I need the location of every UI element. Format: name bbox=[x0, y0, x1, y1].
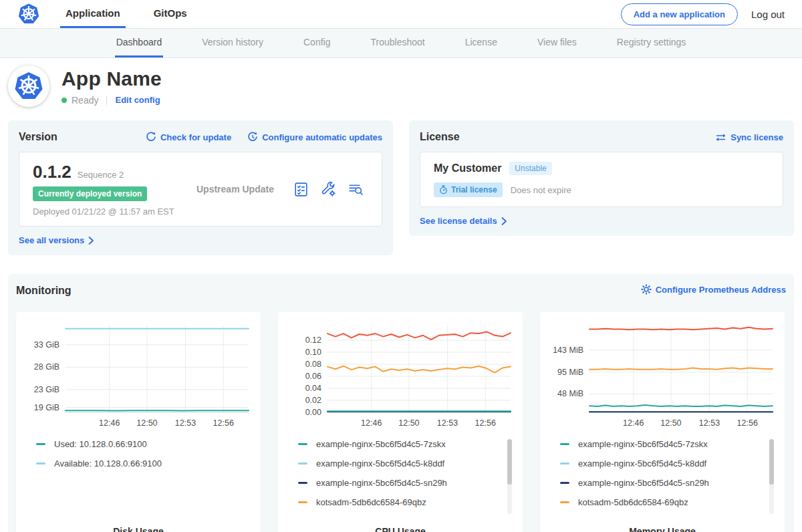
see-license-details-link[interactable]: See license details bbox=[420, 216, 507, 226]
sync-license-link[interactable]: Sync license bbox=[715, 132, 783, 142]
legend-line-swatch bbox=[560, 443, 569, 445]
page-title: App Name bbox=[61, 68, 162, 90]
deployed-timestamp: Deployed 01/21/22 @ 11:57 am EST bbox=[33, 207, 196, 217]
add-application-button[interactable]: Add a new application bbox=[621, 3, 738, 25]
kubernetes-app-icon bbox=[13, 71, 44, 102]
chevron-right-icon bbox=[501, 217, 507, 225]
app-header: App Name Ready Edit config bbox=[0, 58, 802, 115]
legend-scrollbar-thumb[interactable] bbox=[769, 439, 774, 485]
subnav-tab-troubleshoot[interactable]: Troubleshoot bbox=[369, 29, 426, 57]
topnav-tab-gitops[interactable]: GitOps bbox=[148, 0, 192, 28]
cpu-usage-legend: example-nginx-5bc6f5d4c5-7zskxexample-ng… bbox=[298, 439, 523, 518]
legend-item: example-nginx-5bc6f5d4c5-k8ddf bbox=[560, 458, 785, 469]
configure-automatic-updates-link[interactable]: Configure automatic updates bbox=[247, 132, 382, 142]
chart-title: Memory Usage bbox=[540, 526, 785, 532]
edit-config-icon[interactable] bbox=[320, 181, 337, 198]
topnav-tab-application[interactable]: Application bbox=[60, 0, 126, 28]
legend-item: example-nginx-5bc6f5d4c5-7zskx bbox=[560, 439, 785, 449]
gear-icon bbox=[641, 284, 652, 295]
legend-label: kotsadm-5db6dc6584-69qbz bbox=[578, 497, 688, 507]
legend-scrollbar[interactable] bbox=[507, 439, 512, 514]
sequence-label: Sequence 2 bbox=[78, 170, 124, 180]
subnav-tab-license[interactable]: License bbox=[464, 29, 499, 57]
legend-item: example-nginx-5bc6f5d4c5-sn29h bbox=[560, 478, 785, 488]
logout-link[interactable]: Log out bbox=[751, 9, 785, 20]
svg-text:0.10: 0.10 bbox=[305, 348, 321, 357]
memory-usage-legend: example-nginx-5bc6f5d4c5-7zskxexample-ng… bbox=[560, 439, 785, 518]
check-for-update-link[interactable]: Check for update bbox=[146, 132, 231, 142]
disk-usage-chart-card: 12:4612:5012:5312:5633 GiB28 GiB23 GiB19… bbox=[16, 312, 261, 532]
svg-text:19 GiB: 19 GiB bbox=[34, 403, 59, 412]
configure-prometheus-link[interactable]: Configure Prometheus Address bbox=[641, 284, 786, 295]
svg-text:0.08: 0.08 bbox=[305, 360, 321, 369]
legend-line-swatch bbox=[36, 462, 45, 464]
subnav-tab-registry-settings[interactable]: Registry settings bbox=[616, 29, 687, 57]
legend-scrollbar[interactable] bbox=[769, 439, 774, 514]
sync-icon bbox=[715, 132, 726, 142]
subnav-tab-config[interactable]: Config bbox=[302, 29, 331, 57]
chevron-right-icon bbox=[88, 237, 94, 245]
legend-item: example-nginx-5bc6f5d4c5-k8ddf bbox=[298, 458, 523, 469]
legend-line-swatch bbox=[560, 462, 569, 464]
svg-text:12:56: 12:56 bbox=[213, 418, 234, 428]
view-diff-logs-icon[interactable] bbox=[348, 181, 364, 198]
kubernetes-logo-icon bbox=[17, 3, 40, 25]
svg-text:12:53: 12:53 bbox=[699, 418, 720, 428]
legend-label: kotsadm-5db6dc6584-69qbz bbox=[316, 497, 426, 507]
topnav-tabs: ApplicationGitOps bbox=[60, 0, 215, 28]
legend-label: example-nginx-5bc6f5d4c5-k8ddf bbox=[578, 458, 706, 469]
subnav-tab-version-history[interactable]: Version history bbox=[200, 29, 265, 57]
subnav-tab-dashboard[interactable]: Dashboard bbox=[115, 29, 164, 57]
edit-config-link[interactable]: Edit config bbox=[115, 95, 160, 105]
trial-license-badge: Trial license bbox=[434, 182, 503, 197]
ready-status-dot bbox=[61, 98, 67, 103]
svg-text:0.00: 0.00 bbox=[305, 408, 321, 417]
chart-title: Disk Usage bbox=[16, 526, 261, 532]
channel-badge: Unstable bbox=[509, 162, 551, 175]
legend-item: example-nginx-5bc6f5d4c5-sn29h bbox=[298, 478, 523, 488]
svg-text:28 GiB: 28 GiB bbox=[34, 362, 59, 372]
legend-line-swatch bbox=[298, 443, 307, 445]
legend-line-swatch bbox=[560, 501, 569, 503]
svg-text:12:56: 12:56 bbox=[475, 418, 496, 428]
disk-usage-legend: Used: 10.128.0.66:9100Available: 10.128.… bbox=[36, 439, 261, 518]
deployed-version-badge: Currently deployed version bbox=[33, 186, 147, 201]
preflight-checks-icon[interactable] bbox=[293, 181, 309, 198]
svg-text:12:50: 12:50 bbox=[398, 418, 419, 428]
see-all-versions-link[interactable]: See all versions bbox=[19, 235, 94, 245]
chart-title: CPU Usage bbox=[278, 526, 523, 532]
legend-label: example-nginx-5bc6f5d4c5-sn29h bbox=[578, 478, 709, 488]
legend-line-swatch bbox=[298, 482, 307, 484]
legend-item: kotsadm-5db6dc6584-69qbz bbox=[298, 497, 523, 507]
version-card: Version Check for update Configure au bbox=[8, 120, 393, 255]
stopwatch-icon bbox=[439, 185, 448, 194]
legend-label: example-nginx-5bc6f5d4c5-7zskx bbox=[316, 439, 446, 449]
legend-line-swatch bbox=[36, 443, 45, 445]
legend-line-swatch bbox=[298, 501, 307, 503]
svg-text:143 MiB: 143 MiB bbox=[553, 346, 583, 355]
upstream-update-label: Upstream Update bbox=[196, 184, 293, 194]
clock-refresh-icon bbox=[247, 132, 258, 142]
svg-text:95 MiB: 95 MiB bbox=[557, 368, 583, 377]
version-number: 0.1.2 bbox=[33, 162, 72, 182]
status-label: Ready bbox=[72, 95, 98, 106]
disk-usage-plot: 12:4612:5012:5312:5633 GiB28 GiB23 GiB19… bbox=[16, 320, 261, 430]
customer-name: My Customer bbox=[434, 162, 501, 174]
memory-usage-plot: 12:4612:5012:5312:56143 MiB95 MiB48 MiB bbox=[540, 320, 785, 430]
subnav-tab-view-files[interactable]: View files bbox=[536, 29, 578, 57]
license-box: My Customer Unstable Trial license Does … bbox=[420, 152, 783, 207]
legend-item: example-nginx-5bc6f5d4c5-7zskx bbox=[298, 439, 523, 449]
legend-scrollbar-thumb[interactable] bbox=[507, 439, 512, 485]
memory-usage-chart-card: 12:4612:5012:5312:56143 MiB95 MiB48 MiB … bbox=[540, 312, 785, 532]
divider bbox=[106, 96, 107, 105]
svg-text:12:56: 12:56 bbox=[737, 418, 758, 428]
refresh-icon bbox=[146, 132, 156, 142]
svg-text:0.02: 0.02 bbox=[305, 396, 321, 405]
legend-item: Available: 10.128.0.66:9100 bbox=[36, 458, 261, 469]
license-card: License Sync license My Customer Unstabl… bbox=[409, 120, 794, 236]
legend-item: kotsadm-5db6dc6584-69qbz bbox=[560, 497, 785, 507]
svg-text:0.06: 0.06 bbox=[305, 372, 321, 381]
svg-text:12:46: 12:46 bbox=[361, 418, 382, 428]
charts-row: 12:4612:5012:5312:5633 GiB28 GiB23 GiB19… bbox=[16, 312, 786, 532]
expiry-label: Does not expire bbox=[511, 185, 571, 195]
